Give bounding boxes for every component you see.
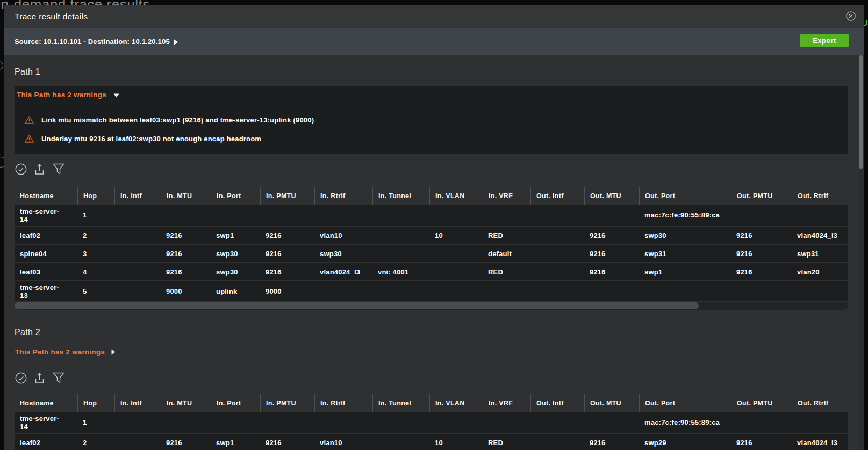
column-header[interactable]: In. Port <box>211 394 260 412</box>
column-header[interactable]: In. Tunnel <box>372 187 429 205</box>
column-header[interactable]: Out. Intf <box>530 394 584 412</box>
table-cell: RED <box>483 433 530 450</box>
table-row[interactable]: tme-server-141mac:7c:fe:90:55:89:ca <box>15 205 848 226</box>
export-button[interactable]: Export <box>800 34 849 47</box>
warning-item: Underlay mtu 9216 at leaf02:swp30 not en… <box>24 129 314 148</box>
column-header[interactable]: Hostname <box>15 187 77 205</box>
column-header[interactable]: Out. PMTU <box>731 187 792 205</box>
table-cell: swp29 <box>639 433 731 450</box>
column-header[interactable]: Out. MTU <box>584 187 639 205</box>
table-row[interactable]: leaf0349216swp309216vlan4024_l3vni: 4001… <box>15 262 848 280</box>
table-cell <box>429 412 483 433</box>
select-columns-icon[interactable] <box>15 372 27 384</box>
column-header[interactable]: Hop <box>77 187 114 205</box>
column-header[interactable]: In. VLAN <box>429 187 483 205</box>
table-row[interactable]: tme-server-141mac:7c:fe:90:55:89:ca <box>15 412 848 433</box>
warnings-list: Link mtu mismatch between leaf03:swp1 (9… <box>24 111 314 148</box>
table-cell: 10 <box>429 433 483 450</box>
table-cell: uplink <box>211 280 260 301</box>
table-cell <box>792 205 848 226</box>
path-1-table: HostnameHopIn. IntfIn. MTUIn. PortIn. PM… <box>15 187 848 301</box>
modal-body: Path 1 This Path has 2 warnings Link mtu… <box>4 55 864 450</box>
column-header[interactable]: In. RtrIf <box>314 187 372 205</box>
table-cell <box>429 244 483 262</box>
column-header[interactable]: Hop <box>77 394 114 412</box>
caret-right-icon <box>111 349 116 355</box>
column-header[interactable]: Out. Port <box>639 394 731 412</box>
table-cell: 9216 <box>260 433 314 450</box>
table-cell <box>372 433 429 450</box>
select-columns-icon[interactable] <box>15 163 27 175</box>
table-cell <box>584 412 639 433</box>
column-header[interactable]: In. Intf <box>114 187 161 205</box>
table-cell <box>161 412 211 433</box>
column-header[interactable]: Out. Intf <box>530 187 584 205</box>
table-cell: RED <box>483 262 530 280</box>
column-header[interactable]: Out. PMTU <box>731 394 792 412</box>
expand-caret-icon[interactable] <box>174 39 178 45</box>
path-1-warnings-toggle[interactable]: This Path has 2 warnings <box>17 91 119 99</box>
scrollbar-thumb[interactable] <box>859 55 863 169</box>
table-cell <box>530 205 584 226</box>
column-header[interactable]: Out. MTU <box>584 394 639 412</box>
table-cell: swp30 <box>314 244 372 262</box>
column-header[interactable]: In. RtrIf <box>314 394 372 412</box>
table-cell: 4 <box>77 262 114 280</box>
table-cell: vni: 4001 <box>372 262 429 280</box>
table-row[interactable]: tme-server-1359000uplink9000 <box>15 280 848 301</box>
filter-icon[interactable] <box>53 372 64 384</box>
table-cell <box>530 433 584 450</box>
background-icon-fragment <box>0 61 3 70</box>
filter-icon[interactable] <box>53 163 64 175</box>
table-cell: tme-server-13 <box>15 280 77 301</box>
scrollbar-thumb[interactable] <box>15 302 699 309</box>
modal-vertical-scrollbar[interactable] <box>859 55 863 450</box>
column-header[interactable]: In. Port <box>211 187 260 205</box>
table-cell <box>530 412 584 433</box>
caret-down-icon <box>113 93 119 98</box>
column-header[interactable]: In. Intf <box>114 394 161 412</box>
column-header[interactable]: In. VLAN <box>429 394 483 412</box>
column-header[interactable]: In. PMTU <box>260 187 314 205</box>
table-cell: 9216 <box>584 226 639 244</box>
table-cell <box>314 412 372 433</box>
close-icon[interactable] <box>846 11 856 21</box>
table-cell <box>260 412 314 433</box>
path-1-horizontal-scrollbar[interactable] <box>15 302 848 310</box>
table-row[interactable]: spine0439216swp309216swp30default9216swp… <box>15 244 848 262</box>
table-cell: 9216 <box>161 244 211 262</box>
table-cell <box>114 205 161 226</box>
upload-export-icon[interactable] <box>35 163 44 175</box>
column-header[interactable]: In. VRF <box>483 394 530 412</box>
table-row[interactable]: leaf0229216swp19216vlan1010RED9216swp309… <box>15 226 848 244</box>
table-cell: 9216 <box>260 226 314 244</box>
upload-export-icon[interactable] <box>35 372 44 384</box>
table-cell <box>429 280 483 301</box>
table-cell <box>260 205 314 226</box>
table-cell <box>530 244 584 262</box>
column-header[interactable]: In. MTU <box>161 187 211 205</box>
column-header[interactable]: Out. RtrIf <box>792 394 848 412</box>
column-header[interactable]: In. MTU <box>161 394 211 412</box>
warnings-summary-label: This Path has 2 warnings <box>17 91 106 99</box>
column-header[interactable]: Hostname <box>15 394 77 412</box>
path-2-heading: Path 2 <box>15 328 40 337</box>
column-header[interactable]: In. PMTU <box>260 394 314 412</box>
table-cell: 9216 <box>260 262 314 280</box>
table-cell: 1 <box>77 205 114 226</box>
column-header[interactable]: Out. RtrIf <box>792 187 848 205</box>
table-cell <box>114 262 161 280</box>
warning-triangle-icon <box>24 115 34 125</box>
column-header[interactable]: Out. Port <box>639 187 731 205</box>
path-2-warnings-toggle[interactable]: This Path has 2 warnings <box>15 348 116 356</box>
table-cell <box>372 226 429 244</box>
column-header[interactable]: In. VRF <box>483 187 530 205</box>
table-cell <box>530 226 584 244</box>
table-cell <box>114 226 161 244</box>
table-header-row: HostnameHopIn. IntfIn. MTUIn. PortIn. PM… <box>15 187 848 205</box>
table-cell <box>114 433 161 450</box>
table-row[interactable]: leaf0229216swp19216vlan1010RED9216swp299… <box>15 433 848 450</box>
column-header[interactable]: In. Tunnel <box>372 394 429 412</box>
table-cell <box>530 280 584 301</box>
table-cell: 9216 <box>260 244 314 262</box>
